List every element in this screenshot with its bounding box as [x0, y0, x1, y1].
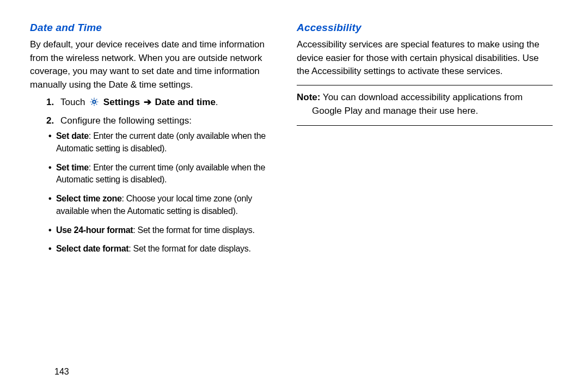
- note-line2: Google Play and manage their use here.: [297, 105, 553, 118]
- left-column: Date and Time By default, your device re…: [30, 22, 291, 392]
- step1-period: .: [216, 97, 218, 107]
- list-item: • Select date format: Set the format for…: [48, 243, 275, 255]
- accessibility-heading: Accessibility: [297, 22, 553, 34]
- manual-page: Date and Time By default, your device re…: [0, 0, 588, 392]
- list-item: • Set time: Enter the current time (only…: [48, 162, 275, 186]
- bullet-icon: •: [48, 193, 56, 217]
- bullet-icon: •: [48, 162, 56, 186]
- date-time-heading: Date and Time: [30, 22, 275, 34]
- right-column: Accessibility Accessibility services are…: [291, 22, 553, 392]
- bullet-title: Select date format: [56, 244, 128, 253]
- bullet-text: Select date format: Set the format for d…: [56, 243, 275, 255]
- list-item: • Select time zone: Choose your local ti…: [48, 193, 275, 217]
- date-time-intro: By default, your device receives date an…: [30, 38, 275, 92]
- note-label: Note:: [297, 92, 320, 102]
- accessibility-intro: Accessibility services are special featu…: [297, 38, 553, 78]
- arrow-icon: ➔: [143, 97, 152, 107]
- step1-target: Date and time: [155, 97, 215, 107]
- bullet-desc: : Set the format for date displays.: [128, 244, 250, 253]
- bullet-title: Use 24-hour format: [56, 225, 133, 235]
- bullet-title: Set date: [56, 131, 89, 140]
- svg-point-1: [94, 101, 95, 102]
- bullet-icon: •: [48, 224, 56, 237]
- bullet-text: Select time zone: Choose your local time…: [56, 193, 275, 217]
- bullet-title: Select time zone: [56, 194, 122, 203]
- bullet-icon: •: [48, 130, 56, 155]
- bullet-text: Set time: Enter the current time (only a…: [56, 162, 275, 186]
- step-2: 2. Configure the following settings:: [46, 114, 275, 128]
- bullet-title: Set time: [56, 163, 89, 172]
- list-item: • Use 24-hour format: Set the format for…: [48, 224, 275, 237]
- list-item: • Set date: Enter the current date (only…: [48, 130, 275, 155]
- settings-bullet-list: • Set date: Enter the current date (only…: [48, 130, 275, 255]
- note-line1: You can download accessibility applicati…: [320, 92, 522, 102]
- step1-prefix: Touch: [60, 97, 85, 107]
- step-marker: 1.: [46, 95, 60, 112]
- settings-gear-icon: [89, 96, 100, 112]
- step1-settings-label: Settings: [103, 97, 140, 107]
- note-text: Note: You can download accessibility app…: [297, 91, 553, 118]
- bullet-desc: : Set the format for time displays.: [133, 225, 254, 235]
- step-1: 1. Touch Settings ➔ Da: [46, 95, 275, 112]
- bullet-text: Set date: Enter the current date (only a…: [56, 130, 275, 155]
- page-number: 143: [54, 367, 69, 377]
- bullet-text: Use 24-hour format: Set the format for t…: [56, 224, 275, 237]
- note-box: Note: You can download accessibility app…: [297, 85, 553, 126]
- numbered-steps: 1. Touch Settings ➔ Da: [46, 95, 275, 128]
- step-1-content: Touch Settings ➔ Date and time.: [60, 95, 275, 112]
- bullet-icon: •: [48, 243, 56, 255]
- step-2-content: Configure the following settings:: [60, 114, 275, 128]
- step-marker: 2.: [46, 114, 60, 128]
